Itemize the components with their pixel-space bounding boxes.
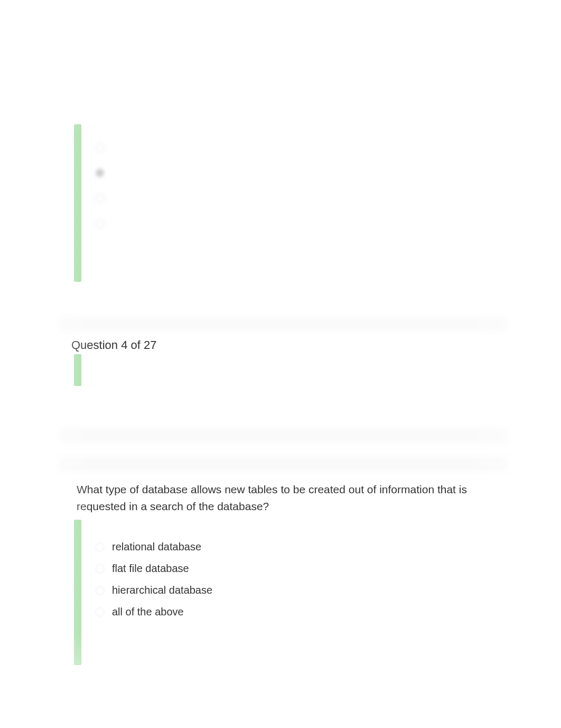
radio-icon (95, 193, 105, 203)
answer-option[interactable]: flat file database (95, 563, 212, 575)
question-counter: Question 4 of 27 (71, 338, 156, 352)
radio-icon (95, 607, 105, 617)
radio-icon (95, 564, 105, 574)
radio-icon (95, 219, 105, 228)
radio-icon (95, 143, 105, 152)
answer-options-list: relational database flat file database h… (95, 541, 212, 628)
answer-option[interactable]: hierarchical database (95, 584, 212, 596)
accent-bar (74, 354, 81, 386)
question-text: What type of database allows new tables … (77, 481, 498, 514)
accent-bar (74, 124, 81, 282)
previous-answer-list (95, 143, 105, 244)
radio-icon (95, 586, 105, 595)
radio-icon (95, 542, 105, 552)
option-label: all of the above (112, 606, 184, 618)
separator (58, 426, 508, 444)
answer-option[interactable]: all of the above (95, 606, 212, 618)
option-label: flat file database (112, 563, 189, 575)
option-label: hierarchical database (112, 584, 212, 596)
option-label: relational database (112, 541, 201, 553)
accent-bar (74, 520, 81, 665)
answer-option[interactable]: relational database (95, 541, 212, 553)
separator (58, 315, 508, 333)
separator (58, 455, 508, 473)
radio-icon (95, 168, 105, 178)
page-container: Question 4 of 27 What type of database a… (58, 21, 508, 728)
